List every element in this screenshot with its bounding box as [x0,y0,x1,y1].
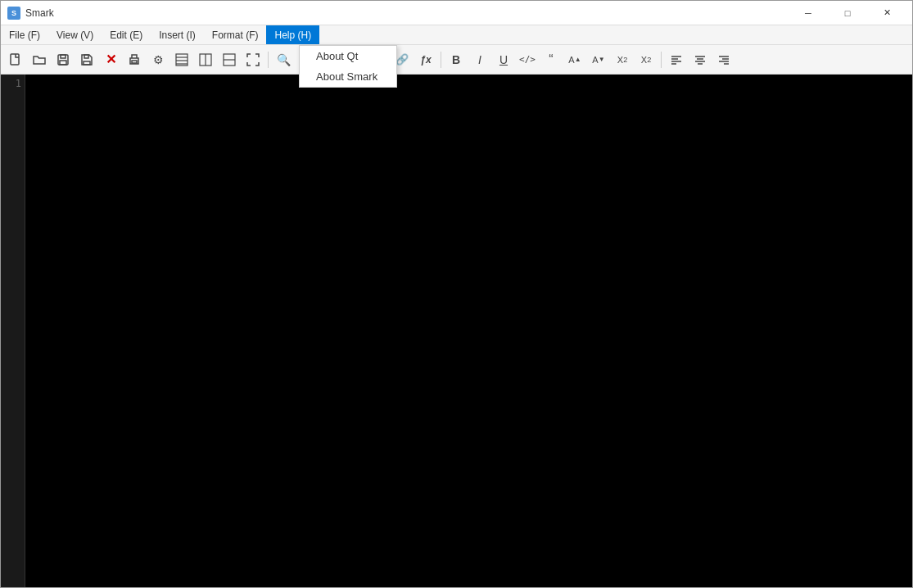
title-bar: S Smark ─ □ ✕ [1,1,912,25]
help-dropdown: About Qt About Smark [299,45,397,88]
toolbar-align-left[interactable] [665,48,688,71]
svg-rect-4 [84,55,88,58]
main-window: S Smark ─ □ ✕ File (F) View (V) Edit (E)… [0,0,913,588]
toolbar-search[interactable]: 🔍 [272,48,295,71]
toolbar-new[interactable] [4,48,27,71]
menu-format[interactable]: Format (F) [204,25,267,44]
toolbar-settings[interactable]: ⚙ [147,48,169,71]
line-number-1: 1 [7,78,21,89]
toolbar-open[interactable] [28,48,51,71]
svg-rect-5 [84,61,90,65]
window-title: Smark [25,7,54,19]
toolbar-text-bigger[interactable]: A▲ [563,48,586,71]
app-icon: S [7,7,20,20]
toolbar-sep-1 [268,52,269,68]
svg-rect-7 [132,61,137,63]
toolbar-view-editor[interactable] [170,48,193,71]
close-button[interactable]: ✕ [868,1,906,25]
toolbar-fullscreen[interactable] [242,48,264,71]
toolbar-delete[interactable]: ✕ [99,48,122,71]
maximize-button[interactable]: □ [829,1,866,25]
toolbar-italic[interactable]: I [468,48,491,71]
toolbar-view-split[interactable] [194,48,217,71]
toolbar-sep-2 [441,52,441,68]
toolbar-subscript[interactable]: X2 [611,48,634,71]
svg-rect-0 [11,54,19,65]
menu-about-qt[interactable]: About Qt [300,46,396,66]
toolbar-save-small[interactable] [52,48,75,71]
svg-rect-3 [60,61,66,65]
editor-area[interactable] [25,75,912,587]
menu-edit[interactable]: Edit (E) [102,25,151,44]
editor-container: 1 [1,75,912,587]
toolbar: ✕ ⚙ [1,45,912,75]
window-controls: ─ □ ✕ [789,1,906,25]
toolbar-code[interactable]: </> [516,48,539,71]
menu-insert[interactable]: Insert (I) [151,25,204,44]
toolbar-formula[interactable]: ƒx [414,48,437,71]
toolbar-view-preview[interactable] [218,48,241,71]
toolbar-print[interactable] [123,48,146,71]
toolbar-superscript[interactable]: X2 [635,48,658,71]
toolbar-text-smaller[interactable]: A▼ [587,48,610,71]
menu-bar: File (F) View (V) Edit (E) Insert (I) Fo… [1,25,912,45]
svg-rect-2 [61,55,66,58]
toolbar-align-center[interactable] [689,48,712,71]
line-numbers: 1 [1,75,25,587]
toolbar-bold[interactable]: B [445,48,468,71]
toolbar-sep-3 [661,52,662,68]
minimize-button[interactable]: ─ [789,1,827,25]
menu-help[interactable]: Help (H) [266,25,319,44]
toolbar-align-right[interactable] [712,48,735,71]
menu-file[interactable]: File (F) [1,25,48,44]
toolbar-quote[interactable]: “ [540,48,563,71]
title-bar-left: S Smark [7,7,789,20]
menu-view[interactable]: View (V) [48,25,102,44]
menu-about-smark[interactable]: About Smark [300,66,396,87]
toolbar-underline[interactable]: U [492,48,515,71]
toolbar-save[interactable] [75,48,98,71]
